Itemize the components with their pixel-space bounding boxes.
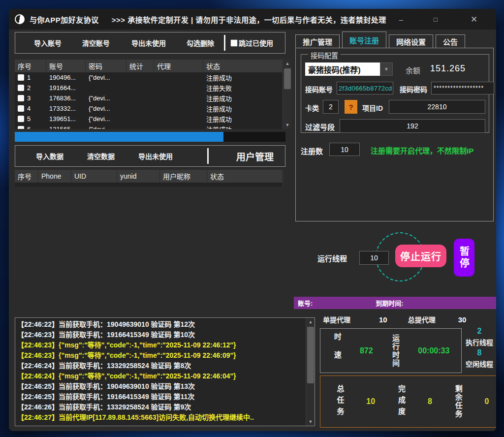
row-index: 3 [27,94,31,102]
row-index: 4 [27,105,31,112]
row-checkbox[interactable] [18,126,24,129]
scroll-thumb[interactable] [284,68,291,89]
log-console[interactable]: 【22:46:22】当前获取手机：19049639010 验证码 第12次【22… [15,317,315,426]
row-index: 6 [27,125,31,129]
table-row[interactable]: 1190496...{"devi...注册成功 [15,72,283,83]
app-window: 与你APP加好友协议 >>> 承接软件定制开发 | 请勿用于非法用途，一切后果与… [9,9,496,431]
account-toolbar: 导入账号 清空账号 导出未使用 勾选删除 跳过已使用 [15,32,285,54]
chevron-down-icon[interactable]: ▼ [380,62,393,76]
account-header-col-5: 状态 [203,60,283,72]
filter-prefix-input[interactable]: 192 [340,119,485,133]
row-checkbox[interactable] [18,116,24,122]
log-line: 【22:46:27】当前代理IP[117.89.88.145:5663]访问失败… [17,412,304,423]
toolbar-divider [207,148,209,164]
user-header-col-1: Phone [38,170,71,183]
run-threads-input[interactable]: 10 [359,251,389,265]
sms-password-input[interactable]: ****************** [431,82,494,94]
project-id-input[interactable]: 22810 [389,100,485,114]
log-scrollbar[interactable]: ▲ ▼ [306,318,315,426]
data-toolbar: 导入数据 清空数据 导出未使用 用户管理 [15,145,285,167]
clear-accounts-button[interactable]: 清空账号 [77,38,115,48]
import-data-button[interactable]: 导入数据 [31,151,68,161]
import-accounts-button[interactable]: 导入账号 [29,38,66,48]
card-type-input[interactable]: 2 [323,100,339,114]
register-count-label: 注册数 [301,146,323,156]
cell-status: 注册成功 [203,125,283,129]
help-button[interactable]: ? [345,100,357,114]
account-header-col-4: 代理 [154,60,203,72]
scroll-down-icon[interactable]: ▼ [306,418,315,426]
sms-config-title: 接码配置 [308,50,341,60]
close-icon[interactable]: ✕ [464,12,484,27]
export-unused-accounts-button[interactable]: 导出未使用 [126,38,171,48]
clear-data-button[interactable]: 清空数据 [82,151,120,161]
user-table-scrollbar[interactable] [283,170,291,187]
speed-value: 872 [360,346,373,355]
cell-status: 注册成功 [203,104,283,113]
license-expire-label: 到期时间: [376,298,403,308]
sms-account-input[interactable]: 2f3d0665b8772cd [337,82,393,94]
row-checkbox[interactable] [18,95,24,101]
scroll-thumb[interactable] [307,327,314,383]
speed-box: 时速 872 运行时间 00:00:33 [320,328,462,373]
register-count-input[interactable]: 10 [329,143,360,156]
row-checkbox[interactable] [18,105,24,112]
idle-threads-label: 空闲线程 [466,359,493,369]
cell-password: {"devi... [86,105,126,112]
speed-label: 时速 [332,333,343,369]
cell-status: 注册成功 [203,94,283,103]
maximize-icon[interactable]: □ [425,12,446,27]
log-line: 【22:46:25】当前获取手机：19166415349 验证码 第11次 [17,392,304,402]
row-checkbox[interactable] [18,85,24,91]
stop-run-button[interactable]: 停止运行 [395,245,446,267]
done-tasks-label: 完成度 [396,385,407,419]
table-row[interactable]: 6131565...{"devi...注册成功 [15,124,283,129]
table-row[interactable]: 2191664...注册失败 [15,83,283,93]
scroll-up-icon[interactable]: ▲ [306,318,315,326]
pause-button[interactable]: 暂停 [454,239,474,277]
account-table-scrollbar[interactable]: ▲ ▼ [283,60,291,129]
delete-checked-button[interactable]: 勾选删除 [182,38,219,48]
tab-1[interactable]: 账号注册 [342,31,386,48]
row-index: 5 [27,115,31,123]
sms-provider-select[interactable]: 豪猪接码(推荐) [305,62,380,76]
scroll-down-icon[interactable]: ▼ [283,121,291,129]
tab-panel-register: 接码配置 豪猪接码(推荐) ▼ 余额 151.265 接码账号 2f3d0665… [295,48,494,221]
cell-password: {"devi... [86,115,126,123]
table-row[interactable]: 4173332...{"devi...注册成功 [15,103,283,114]
account-table-body: 1190496...{"devi...注册成功2191664...注册失败317… [15,72,283,129]
table-row[interactable]: 5139651...{"devi...注册成功 [15,114,283,124]
exec-threads-value: 2 [477,327,482,336]
cell-status: 注册失败 [203,83,283,93]
log-line: 【22:46:24】{"msg":"等待","code":-1,"time":"… [17,371,304,381]
export-unused-data-button[interactable]: 导出未使用 [133,151,178,161]
done-tasks-value: 8 [428,397,432,406]
tab-0[interactable]: 推广管理 [295,34,340,48]
row-index: 2 [27,84,31,92]
total-proxy-label: 总提代理 [408,314,436,324]
license-bar: 账号: 到期时间: [294,297,496,309]
total-proxy-value: 30 [458,315,467,324]
filter-prefix-label: 过滤号段 [305,122,335,132]
cell-password: {"devi... [86,125,126,129]
cell-account: 139651... [46,115,86,123]
cell-account: 131565... [46,125,86,129]
exec-threads-label: 执行线程 [466,337,493,347]
license-account-label: 账号: [298,298,313,308]
sms-config-group: 接码配置 豪猪接码(推荐) ▼ 余额 151.265 接码账号 2f3d0665… [301,54,489,133]
cell-account: 191664... [46,84,86,92]
project-id-label: 项目ID [362,103,383,113]
scroll-up-icon[interactable]: ▲ [283,60,291,67]
tab-2[interactable]: 网络设置 [389,34,433,48]
user-manage-button[interactable]: 用户管理 [231,150,279,163]
tab-3[interactable]: 公告 [436,34,465,48]
table-row[interactable]: 3176836...{"devi...注册成功 [15,93,283,103]
row-checkbox[interactable] [18,74,24,81]
minimize-icon[interactable]: – [391,12,411,27]
cell-account: 190496... [46,74,86,81]
idle-threads-value: 8 [477,348,482,357]
account-table-header: 序号账号密码统计代理状态 [15,60,291,72]
proxy-stats-row: 单提代理 10 总提代理 30 [320,314,495,325]
log-line: 【22:46:23】当前获取手机：19166415349 验证码 第10次 [17,330,304,340]
skip-used-checkbox[interactable] [230,39,238,47]
